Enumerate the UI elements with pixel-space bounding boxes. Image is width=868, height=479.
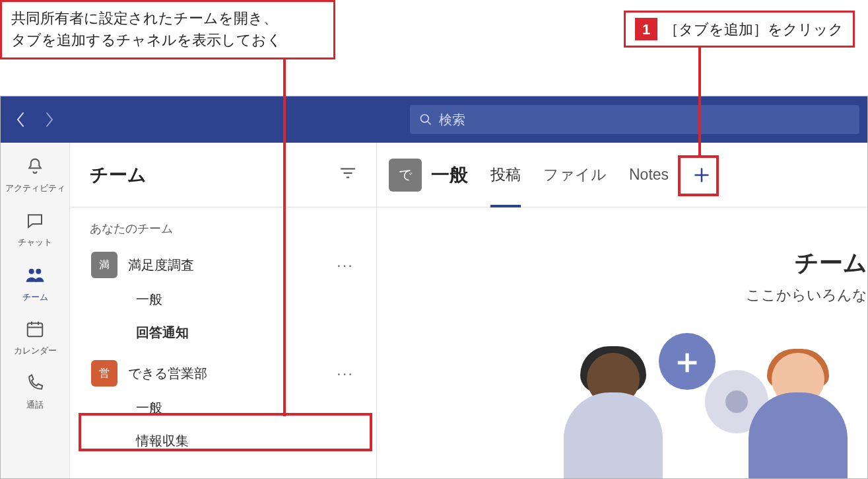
team-more-1[interactable]: ···: [337, 256, 371, 274]
channel-team1-general[interactable]: 一般: [90, 283, 371, 316]
nav-forward-button[interactable]: [38, 108, 61, 131]
app-rail: アクティビティ チャット チーム: [1, 143, 70, 478]
teams-app-window: 検索 アクティビティ チャット: [0, 96, 868, 479]
svg-point-3: [36, 268, 41, 274]
svg-line-1: [428, 122, 431, 125]
plus-icon: [692, 166, 711, 184]
chat-icon: [25, 211, 45, 234]
team-more-2[interactable]: ···: [337, 364, 371, 383]
bell-icon: [25, 157, 45, 180]
tab-posts[interactable]: 投稿: [484, 143, 527, 207]
channel-team1-answers[interactable]: 回答通知: [90, 316, 371, 349]
teams-list-title: チーム: [90, 163, 147, 188]
rail-calls[interactable]: 通話: [1, 366, 69, 418]
team-name-1: 満足度調査: [128, 256, 326, 274]
team-avatar-2: 営: [91, 360, 117, 387]
step-number-badge: 1: [635, 18, 657, 40]
titlebar: 検索: [1, 96, 867, 143]
team-row-2[interactable]: 営 できる営業部 ···: [90, 355, 371, 391]
leader-line-right: [698, 45, 701, 156]
rail-teams[interactable]: チーム: [1, 258, 69, 309]
filter-button[interactable]: [339, 166, 356, 184]
team-row-1[interactable]: 満 満足度調査 ···: [90, 247, 371, 283]
rail-calendar[interactable]: カレンダー: [1, 312, 69, 363]
calendar-icon: [25, 319, 45, 342]
your-teams-label: あなたのチーム: [90, 221, 371, 237]
channel-avatar: で: [389, 159, 422, 192]
add-tab-button[interactable]: [688, 162, 715, 188]
channel-content: チーム ここからいろんな ＋: [377, 207, 867, 478]
channel-main-pane: で 一般 投稿 ファイル Notes チーム ここからいろんな ＋: [377, 143, 867, 478]
teams-icon: [24, 264, 46, 289]
tab-notes[interactable]: Notes: [622, 143, 675, 207]
channel-team2-research[interactable]: 情報収集: [90, 424, 371, 457]
rail-chat[interactable]: チャット: [1, 203, 69, 255]
team-avatar-1: 満: [91, 252, 117, 278]
welcome-title: チーム: [795, 247, 867, 279]
svg-rect-4: [28, 323, 43, 336]
svg-point-0: [421, 115, 429, 123]
welcome-illustration: ＋: [524, 313, 867, 478]
leader-line-left: [283, 55, 286, 416]
phone-icon: [25, 373, 45, 396]
instruction-callout-left: 共同所有者に設定されたチームを開き、 タブを追加するチャネルを表示しておく: [0, 0, 335, 59]
step-text: ［タブを追加］をクリック: [664, 18, 844, 40]
tab-files[interactable]: ファイル: [537, 143, 613, 207]
channel-team2-general[interactable]: 一般: [90, 391, 371, 424]
svg-point-2: [29, 268, 34, 274]
search-icon: [419, 113, 432, 126]
team-name-2: できる営業部: [128, 365, 326, 383]
search-placeholder: 検索: [439, 111, 465, 129]
channel-title: 一般: [431, 163, 468, 188]
illustration-person-2: [742, 353, 854, 478]
teams-list-pane: チーム あなたのチーム 満 満足度調査 ··· 一般 回答通知 営: [70, 143, 377, 478]
channel-header: で 一般 投稿 ファイル Notes: [377, 143, 867, 207]
nav-back-button[interactable]: [9, 108, 32, 131]
welcome-subtitle: ここからいろんな: [746, 285, 867, 305]
illustration-person-1: [557, 353, 669, 478]
instruction-callout-right: 1 ［タブを追加］をクリック: [624, 11, 855, 48]
rail-activity[interactable]: アクティビティ: [1, 149, 69, 201]
search-input[interactable]: 検索: [410, 105, 859, 134]
